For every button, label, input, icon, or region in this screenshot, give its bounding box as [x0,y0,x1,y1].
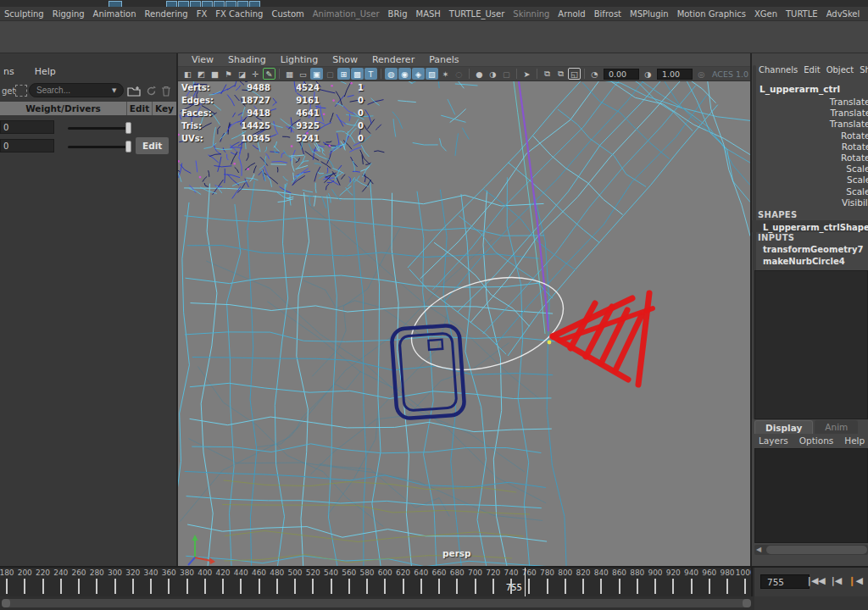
plugin-shading-icon[interactable]: ● [473,68,486,80]
shelf-icon-partial[interactable] [202,1,213,7]
menu-help[interactable]: Help [35,66,56,77]
resolution-gate-icon[interactable]: ▣ [310,68,323,80]
weight-slider-handle[interactable] [125,141,131,152]
time-slider[interactable]: 1802002202402602803003203403603804004204… [0,568,753,596]
scene-lighting-icon[interactable]: ◍ [385,68,398,80]
lock-camera-icon[interactable]: ◩ [195,68,208,80]
shelf-icon-partial[interactable] [108,1,122,7]
channel-box-menu-edit[interactable]: Edit [804,65,820,78]
header-key-column[interactable]: Key [153,102,176,115]
pan-zoom-icon[interactable]: ✛ [249,68,262,80]
shelf-tab-mash[interactable]: MASH [412,7,445,20]
viewport-menu-shading[interactable]: Shading [228,54,266,65]
input-node-makenurbcircle4[interactable]: makeNurbCircle4 [763,256,868,268]
gate-mask-icon[interactable]: ▢ [324,68,337,80]
channel-translate-z[interactable]: Translate Z [752,119,868,130]
refresh-icon[interactable] [146,84,157,100]
step-back-frame-button[interactable]: ❙◀ [848,575,863,586]
camera-attributes-icon[interactable]: ■ [209,68,221,80]
shelf-tab-animation[interactable]: Animation [89,7,141,20]
image-plane-icon[interactable]: ◪ [236,68,248,80]
channel-box-menu-object[interactable]: Object [826,65,854,78]
channel-scale-z[interactable]: Scale Z [752,186,868,197]
step-back-key-button[interactable]: |◀ [832,575,843,586]
range-start-handle[interactable] [2,599,10,607]
channel-rotate-z[interactable]: Rotate Z [752,152,868,164]
range-end-handle[interactable] [743,599,751,607]
layer-list[interactable] [754,448,868,543]
field-chart-icon[interactable]: ⊞ [337,68,350,80]
shelf-tab-rigging[interactable]: Rigging [48,7,89,20]
channel-visibility[interactable]: Visibility [752,197,868,208]
film-gate-icon[interactable]: ▭ [297,68,309,80]
search-input[interactable] [29,83,124,97]
snap-together-icon[interactable]: ⧉ [541,68,554,80]
shelf-icon-partial[interactable] [237,1,248,7]
viewport-menu-panels[interactable]: Panels [429,54,459,65]
weight-value-field[interactable]: 0 [0,139,54,152]
weight-slider-handle[interactable] [125,122,131,134]
layer-menu-layers[interactable]: Layers [759,435,788,446]
channel-rotate-y[interactable]: Rotate Y [752,141,868,152]
channel-translate-y[interactable]: Translate Y [752,108,868,119]
shelf-tab-brig[interactable]: BRig [384,7,412,20]
scrollbar-thumb[interactable] [766,546,867,554]
chevron-down-icon[interactable]: ▼ [112,87,116,94]
viewport-canvas[interactable]: Verts:948845241Edges:1872791610Faces:941… [178,81,750,566]
header-edit-column[interactable]: Edit [127,102,153,115]
motion-blur-icon[interactable]: ▢ [500,68,513,80]
layer-h-scrollbar[interactable]: ◀ [754,545,868,555]
shelf-tab-animation-user[interactable]: Animation_User [309,7,384,20]
weight-value-field[interactable]: 0 [0,120,54,134]
textured-icon[interactable]: ▨ [426,68,438,80]
new-folder-icon[interactable] [127,84,141,100]
shelf-tab-sculpting[interactable]: Sculpting [0,7,48,20]
use-lights-icon[interactable]: ✶ [439,68,452,80]
shelf-tab-fx[interactable]: FX [192,7,212,20]
channel-box-menu-channels[interactable]: Channels [759,65,798,78]
shelf-tab-fx-caching[interactable]: FX Caching [211,7,267,20]
shelf-icon-partial[interactable] [225,1,236,7]
shelf-tab-xgen[interactable]: XGen [750,7,782,20]
shelf-tab-custom[interactable]: Custom [267,7,308,20]
shelf-icon-partial[interactable] [214,1,225,7]
menu-ns[interactable]: ns [3,66,14,77]
current-frame-marker[interactable] [525,568,526,596]
weight-slider-track[interactable] [68,146,131,148]
gamma-icon[interactable]: ◑ [642,68,654,80]
viewport-menu-view[interactable]: View [192,54,214,65]
shelf-tab-skinning[interactable]: Skinning [509,7,554,20]
isolate-select-icon[interactable]: ◱ [568,68,581,80]
layer-tab-display[interactable]: Display [754,420,813,434]
shelf-icon-partial[interactable] [249,1,260,7]
grid-icon[interactable]: ▦ [283,68,296,80]
shape-node-row[interactable]: L_upperarm_ctrlShape [752,220,868,232]
selected-node-name[interactable]: L_upperarm_ctrl [760,84,840,94]
channel-translate-x[interactable]: Translate X [752,97,868,108]
channel-scale-y[interactable]: Scale Y [752,175,868,186]
layer-menu-options[interactable]: Options [799,435,834,446]
channel-box-menu-show[interactable]: Show [860,65,868,78]
layer-tab-anim[interactable]: Anim [815,420,858,434]
input-node-transformgeometry7[interactable]: transformGeometry7 [763,244,868,256]
exposure-icon[interactable]: ◔ [588,68,601,80]
colorspace-selector[interactable]: ACES 1.0 SDR-v [712,69,750,79]
grease-pencil-icon[interactable]: ✎ [263,68,275,80]
go-to-start-button[interactable]: |◀◀ [808,575,826,586]
viewport-menu-renderer[interactable]: Renderer [372,54,415,65]
viewport-menu-lighting[interactable]: Lighting [281,54,318,65]
shelf-tab-msplugin[interactable]: MSPlugin [626,7,673,20]
shadows-icon[interactable]: ◌ [453,68,465,80]
scroll-left-icon[interactable]: ◀ [756,545,761,555]
trash-icon[interactable] [161,84,171,100]
select-camera-icon[interactable]: ◧ [181,68,194,80]
bookmarks-icon[interactable]: ⚑ [222,68,235,80]
shelf-tab-turtle[interactable]: TURTLE [782,7,822,20]
two-sided-icon[interactable]: ◑ [487,68,499,80]
safe-title-icon[interactable]: T [364,68,377,80]
shelf-tab-arnold[interactable]: Arnold [554,7,589,20]
shelf-icon-partial[interactable] [190,1,201,7]
exposure-field[interactable]: 0.00 [604,69,639,80]
shelf-tab-bifrost[interactable]: Bifrost [590,7,626,20]
select-tool-icon[interactable]: ➤ [520,68,533,80]
